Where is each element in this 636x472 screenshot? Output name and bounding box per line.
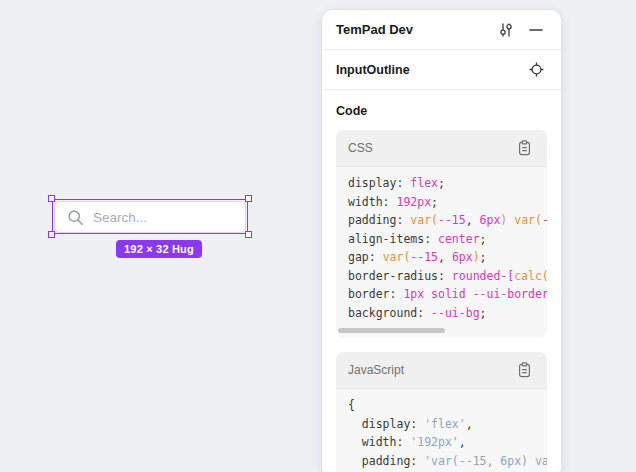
css-card-header: CSS bbox=[336, 130, 547, 167]
code-line: border: 1px solid --ui-border- bbox=[348, 285, 547, 304]
clipboard-icon bbox=[517, 140, 532, 156]
code-line: background: --ui-bg; bbox=[348, 304, 547, 323]
javascript-card-header: JavaScript bbox=[336, 352, 547, 389]
css-card-label: CSS bbox=[348, 141, 373, 155]
settings-button[interactable] bbox=[495, 19, 517, 41]
css-code[interactable]: display: flex;width: 192px;padding: var(… bbox=[336, 167, 547, 338]
tempad-dev-plugin-panel: TemPad Dev InputOutline bbox=[322, 10, 561, 472]
code-line: padding: 'var(--15, 6px) var(--15, 6px)'… bbox=[348, 452, 547, 471]
javascript-code-card: JavaScript { display: 'flex', width: '19… bbox=[336, 352, 547, 472]
minimize-button[interactable] bbox=[525, 19, 547, 41]
minimize-icon bbox=[529, 23, 543, 37]
javascript-code[interactable]: { display: 'flex', width: '192px', paddi… bbox=[336, 389, 547, 472]
code-line: border-radius: rounded-[calc(var(-- bbox=[348, 267, 547, 286]
copy-css-button[interactable] bbox=[513, 137, 535, 159]
code-line: width: 192px; bbox=[348, 193, 547, 212]
code-line: gap: var(--15, 6px); bbox=[348, 248, 547, 267]
plugin-title: TemPad Dev bbox=[336, 22, 413, 37]
code-line: align-items: center; bbox=[348, 230, 547, 249]
locate-icon bbox=[529, 62, 544, 77]
clipboard-icon bbox=[517, 362, 532, 378]
code-section-title: Code bbox=[336, 104, 547, 118]
search-icon bbox=[67, 209, 84, 226]
selected-node-name: InputOutline bbox=[336, 63, 410, 77]
panel-body: Code CSS display: flex;width: 192px;padd… bbox=[322, 90, 561, 472]
code-line: padding: var(--15, 6px) var(--15, 6px); bbox=[348, 211, 547, 230]
search-input-component[interactable]: Search... bbox=[54, 201, 246, 233]
code-line: { bbox=[348, 396, 547, 415]
selection-handle-top-right[interactable] bbox=[245, 195, 252, 202]
search-placeholder: Search... bbox=[93, 210, 147, 225]
javascript-card-label: JavaScript bbox=[348, 363, 404, 377]
selection-handle-top-left[interactable] bbox=[48, 195, 55, 202]
horizontal-scrollbar[interactable] bbox=[338, 328, 445, 333]
selected-node-row: InputOutline bbox=[322, 50, 561, 90]
locate-node-button[interactable] bbox=[525, 59, 547, 81]
selection-handle-bottom-left[interactable] bbox=[48, 231, 55, 238]
plugin-header: TemPad Dev bbox=[322, 10, 561, 50]
css-code-card: CSS display: flex;width: 192px;padding: … bbox=[336, 130, 547, 338]
code-line: display: 'flex', bbox=[348, 415, 547, 434]
selection-handle-bottom-right[interactable] bbox=[245, 231, 252, 238]
code-line: width: '192px', bbox=[348, 433, 547, 452]
copy-javascript-button[interactable] bbox=[513, 359, 535, 381]
sliders-icon bbox=[498, 22, 514, 38]
code-line: display: flex; bbox=[348, 174, 547, 193]
selection-size-badge: 192 × 32 Hug bbox=[116, 240, 202, 258]
